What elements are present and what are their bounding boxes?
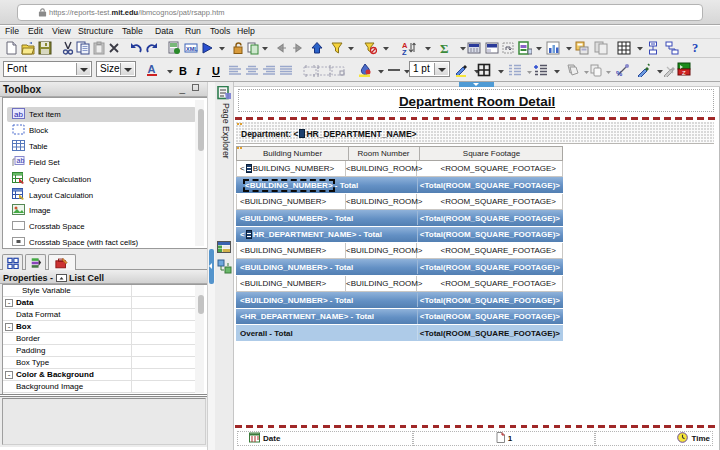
svg-text:ab: ab [17, 157, 25, 164]
svg-text:Z: Z [402, 48, 407, 55]
svg-text:?: ? [692, 41, 698, 54]
svg-text:Z: Z [682, 70, 686, 76]
svg-text:XML: XML [186, 46, 198, 52]
svg-text:%: % [616, 70, 623, 77]
svg-text:Σ: Σ [440, 41, 449, 55]
svg-text:A: A [148, 63, 156, 75]
svg-text:ab: ab [14, 110, 23, 119]
